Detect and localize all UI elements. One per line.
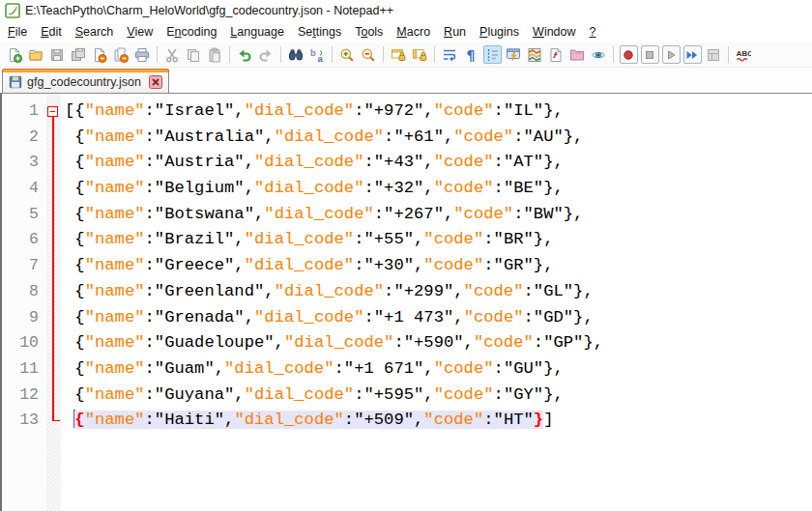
code-line-4[interactable]: {"name":"Belgium","dial_code":"+32","cod… bbox=[65, 176, 812, 202]
saved-file-icon bbox=[9, 75, 22, 89]
json-key: "name" bbox=[85, 230, 145, 248]
macro-run-multiple-icon[interactable] bbox=[683, 45, 702, 64]
json-key: "dial_code" bbox=[284, 333, 393, 352]
macro-save-icon bbox=[705, 45, 723, 64]
json-key: "name" bbox=[85, 411, 145, 429]
line-number: 3 bbox=[2, 150, 39, 176]
menu-encoding[interactable]: Encoding bbox=[160, 23, 223, 42]
code-line-2[interactable]: {"name":"Australia","dial_code":"+61","c… bbox=[65, 125, 812, 151]
save-all-icon bbox=[70, 45, 88, 64]
fold-guide-corner bbox=[52, 420, 60, 422]
svg-text:¶: ¶ bbox=[467, 47, 476, 63]
code-line-6[interactable]: {"name":"Brazil","dial_code":"+55","code… bbox=[65, 227, 812, 253]
editor-area[interactable]: 12345678910111213 [{"name":"Israel","dia… bbox=[0, 93, 812, 511]
spell-check-icon[interactable]: ABC bbox=[735, 45, 753, 64]
code-line-11[interactable]: {"name":"Guam","dial_code":"+1 671","cod… bbox=[65, 356, 812, 383]
zoom-out-icon[interactable] bbox=[360, 45, 378, 64]
code-line-9[interactable]: {"name":"Grenada","dial_code":"+1 473","… bbox=[65, 305, 812, 331]
code-line-7[interactable]: {"name":"Greece","dial_code":"+30","code… bbox=[65, 253, 812, 279]
function-list-icon[interactable] bbox=[547, 45, 566, 64]
menu-help[interactable]: ? bbox=[583, 23, 603, 42]
menu-language[interactable]: Language bbox=[223, 23, 291, 42]
json-key: "name" bbox=[85, 308, 145, 326]
monitoring-icon[interactable] bbox=[590, 45, 608, 64]
matched-brace: } bbox=[534, 411, 543, 429]
json-key: "code" bbox=[434, 101, 494, 120]
json-key: "dial_code" bbox=[254, 179, 363, 197]
fold-collapse-marker[interactable] bbox=[47, 106, 58, 117]
selection-highlight: {"name":"Haiti","dial_code":"+509","code… bbox=[74, 411, 543, 429]
tab-gfg-codecountry-json[interactable]: gfg_codecountry.json bbox=[2, 69, 169, 93]
line-number-gutter: 12345678910111213 bbox=[2, 94, 46, 511]
json-key: "code" bbox=[474, 333, 534, 352]
new-file-icon[interactable] bbox=[6, 45, 24, 64]
code-line-10[interactable]: {"name":"Guadeloupe","dial_code":"+590",… bbox=[65, 330, 812, 356]
json-key: "code" bbox=[453, 128, 513, 146]
tab-close-icon[interactable] bbox=[149, 75, 162, 89]
toolbar-separator bbox=[383, 46, 384, 63]
document-map-icon[interactable] bbox=[526, 45, 544, 64]
folder-as-workspace-icon[interactable] bbox=[568, 45, 587, 64]
sync-horizontal-scroll-icon[interactable] bbox=[411, 45, 429, 64]
code-line-8[interactable]: {"name":"Greenland","dial_code":"+299","… bbox=[65, 279, 812, 305]
zoom-in-icon[interactable] bbox=[338, 45, 357, 64]
show-indent-guide-icon[interactable] bbox=[483, 45, 502, 64]
line-number: 11 bbox=[2, 356, 39, 383]
menu-tools[interactable]: Tools bbox=[348, 23, 390, 42]
macro-record-icon[interactable] bbox=[620, 45, 638, 64]
json-key: "name" bbox=[85, 359, 145, 378]
json-key: "dial_code" bbox=[245, 256, 354, 274]
sync-vertical-scroll-icon[interactable] bbox=[390, 45, 408, 64]
cut-icon bbox=[163, 45, 182, 64]
word-wrap-icon[interactable] bbox=[441, 45, 459, 64]
svg-text:ABC: ABC bbox=[737, 49, 752, 58]
json-key: "code" bbox=[423, 230, 483, 248]
find-icon[interactable] bbox=[287, 45, 305, 64]
code-line-13[interactable]: {"name":"Haiti","dial_code":"+509","code… bbox=[65, 408, 812, 434]
menu-view[interactable]: View bbox=[120, 23, 160, 42]
close-icon[interactable] bbox=[91, 45, 109, 64]
fold-margin[interactable] bbox=[46, 94, 61, 511]
json-key: "name" bbox=[85, 385, 145, 404]
code-line-12[interactable]: {"name":"Guyana","dial_code":"+595","cod… bbox=[65, 383, 812, 409]
json-key: "code" bbox=[434, 153, 494, 171]
active-tab-accent bbox=[2, 69, 169, 72]
menu-search[interactable]: Search bbox=[69, 23, 121, 42]
json-key: "dial_code" bbox=[245, 101, 354, 120]
json-key: "name" bbox=[85, 179, 145, 197]
menu-file[interactable]: File bbox=[1, 23, 34, 42]
code-line-1[interactable]: [{"name":"Israel","dial_code":"+972","co… bbox=[65, 99, 812, 125]
line-number: 5 bbox=[2, 202, 39, 228]
menu-edit[interactable]: Edit bbox=[34, 23, 69, 42]
print-icon[interactable] bbox=[133, 45, 152, 64]
user-defined-dialog-icon[interactable] bbox=[505, 45, 523, 64]
menu-macro[interactable]: Macro bbox=[390, 23, 437, 42]
tab-bar: gfg_codecountry.json bbox=[0, 68, 812, 93]
open-file-icon[interactable] bbox=[27, 45, 45, 64]
toolbar-separator bbox=[280, 46, 281, 63]
menu-settings[interactable]: Settings bbox=[291, 23, 348, 42]
json-key: "dial_code" bbox=[224, 359, 334, 378]
show-all-characters-icon[interactable]: ¶ bbox=[462, 45, 480, 64]
json-key: "name" bbox=[85, 256, 145, 274]
svg-text:b: b bbox=[310, 47, 316, 58]
menu-plugins[interactable]: Plugins bbox=[473, 23, 526, 42]
toolbar-separator bbox=[157, 46, 158, 63]
json-key: "name" bbox=[85, 333, 145, 352]
code-line-5[interactable]: {"name":"Botswana","dial_code":"+267","c… bbox=[65, 202, 812, 228]
code-text[interactable]: [{"name":"Israel","dial_code":"+972","co… bbox=[61, 94, 812, 511]
toolbar-separator bbox=[434, 46, 435, 63]
code-line-3[interactable]: {"name":"Austria","dial_code":"+43","cod… bbox=[65, 150, 812, 176]
line-number: 2 bbox=[2, 125, 39, 151]
close-all-icon[interactable] bbox=[112, 45, 130, 64]
menu-run[interactable]: Run bbox=[437, 23, 473, 42]
save-icon bbox=[48, 45, 67, 64]
replace-icon[interactable]: ba bbox=[308, 45, 327, 64]
menu-window[interactable]: Window bbox=[526, 23, 582, 42]
tab-label: gfg_codecountry.json bbox=[27, 75, 141, 89]
matched-brace: { bbox=[74, 411, 84, 429]
menu-bar: FileEditSearchViewEncodingLanguageSettin… bbox=[0, 21, 812, 43]
line-number: 1 bbox=[2, 99, 39, 125]
line-number: 7 bbox=[2, 253, 39, 279]
undo-icon[interactable] bbox=[236, 45, 254, 64]
